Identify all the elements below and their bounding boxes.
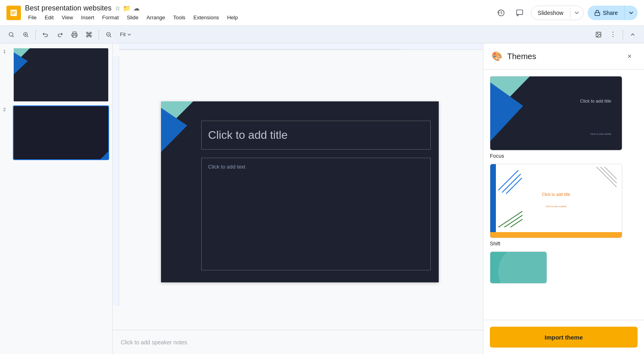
menu-slide[interactable]: Slide xyxy=(124,13,142,22)
slide-thumb-inner-2 xyxy=(14,106,108,159)
menu-view[interactable]: View xyxy=(58,13,76,22)
toolbar-separator-2 xyxy=(99,30,99,39)
menu-bar: File Edit View Insert Format Slide Arran… xyxy=(25,13,241,22)
focus-preview-bg: Click to add title Click to add subtitle xyxy=(490,76,622,150)
cloud-icon[interactable]: ☁ xyxy=(133,4,140,12)
zoom-out-button[interactable] xyxy=(102,28,115,41)
zoom-in-button[interactable] xyxy=(19,28,32,41)
share-main-button[interactable]: Share xyxy=(588,6,624,20)
slide-item-1[interactable]: 1 xyxy=(3,47,109,102)
menu-insert[interactable]: Insert xyxy=(78,13,97,22)
menu-extensions[interactable]: Extensions xyxy=(190,13,223,22)
svg-line-15 xyxy=(498,170,518,190)
canvas-area: for(let i=0; i<700; i+=10) { if(i%50===0… xyxy=(113,43,483,354)
svg-rect-8 xyxy=(73,35,76,37)
themes-footer: Import theme xyxy=(483,320,644,354)
title-info: Best presentation websites ☆ 📁 ☁ File Ed… xyxy=(25,4,241,22)
folder-icon[interactable]: 📁 xyxy=(123,4,131,12)
doc-title-text: Best presentation websites xyxy=(25,4,111,12)
focus-title-text: Click to add title xyxy=(580,99,611,103)
collapse-toolbar-button[interactable] xyxy=(626,28,639,41)
themes-header: 🎨 Themes × xyxy=(483,43,644,70)
shift-border-bottom xyxy=(490,232,622,238)
slide-thumb-2[interactable] xyxy=(13,105,109,160)
svg-line-19 xyxy=(601,167,617,183)
canvas-title-box[interactable]: Click to add title xyxy=(201,121,431,150)
svg-rect-0 xyxy=(10,10,17,16)
toolbar-more-options: ⋮ xyxy=(592,28,639,41)
slide-number-2: 2 xyxy=(3,107,10,112)
thumb-corner-2 xyxy=(100,151,108,159)
slide-canvas-wrapper: Click to add title Click to add text xyxy=(113,50,483,330)
theme-preview-shift: Click to add title Click to add subtitle xyxy=(490,164,622,238)
shift-lines-tl xyxy=(498,170,522,196)
menu-tools[interactable]: Tools xyxy=(170,13,188,22)
svg-rect-5 xyxy=(595,12,600,15)
themes-list: Click to add title Click to add subtitle… xyxy=(483,70,644,320)
slideshow-button-group: Slideshow xyxy=(531,6,584,20)
svg-rect-2 xyxy=(11,13,14,14)
comments-button[interactable] xyxy=(512,6,527,20)
menu-help[interactable]: Help xyxy=(224,13,241,22)
theme-preview-teal xyxy=(490,251,547,284)
print-button[interactable] xyxy=(68,28,81,41)
menu-edit[interactable]: Edit xyxy=(41,13,57,22)
paint-format-button[interactable] xyxy=(83,28,95,41)
themes-title-group: 🎨 Themes xyxy=(491,51,536,62)
shift-title-text: Click to add title xyxy=(542,192,570,197)
toolbar-separator-3 xyxy=(623,30,623,39)
star-icon[interactable]: ☆ xyxy=(115,4,120,12)
ruler-vertical xyxy=(113,56,119,306)
title-right: Slideshow Share xyxy=(494,6,638,20)
svg-line-18 xyxy=(597,167,617,187)
title-bar: Best presentation websites ☆ 📁 ☁ File Ed… xyxy=(0,0,644,26)
themes-panel: 🎨 Themes × Click to add title Click to a… xyxy=(483,43,644,354)
shift-border-left xyxy=(490,164,496,238)
undo-button[interactable] xyxy=(39,28,52,41)
slideshow-main-button[interactable]: Slideshow xyxy=(531,6,570,20)
slideshow-dropdown-arrow[interactable] xyxy=(570,6,583,20)
theme-item-focus[interactable]: Click to add title Click to add subtitle… xyxy=(490,76,638,159)
import-theme-button[interactable]: Import theme xyxy=(490,327,638,348)
teal-preview-bg xyxy=(490,252,547,283)
themes-title: Themes xyxy=(507,52,536,61)
shift-theme-name: Shift xyxy=(490,241,638,247)
zoom-selector[interactable]: Fit xyxy=(117,30,134,39)
shift-subtitle-text: Click to add subtitle xyxy=(545,205,566,208)
svg-rect-4 xyxy=(516,10,522,14)
image-upload-button[interactable] xyxy=(592,28,605,41)
shift-lines-bl xyxy=(498,211,522,229)
toolbar: Fit ⋮ xyxy=(0,26,644,43)
toolbar-separator-1 xyxy=(35,30,36,39)
search-button[interactable] xyxy=(5,28,18,41)
speaker-notes-placeholder: Click to add speaker notes xyxy=(121,339,187,346)
focus-subtitle-text: Click to add subtitle xyxy=(590,133,611,135)
svg-point-11 xyxy=(597,33,598,34)
history-button[interactable] xyxy=(494,6,508,20)
title-icons: ☆ 📁 ☁ xyxy=(115,4,140,12)
slide-thumb-1[interactable] xyxy=(13,47,109,102)
shift-lines-tr xyxy=(597,167,617,189)
svg-point-6 xyxy=(9,32,13,36)
themes-close-button[interactable]: × xyxy=(623,50,636,63)
slide-canvas[interactable]: Click to add title Click to add text xyxy=(161,101,439,282)
menu-file[interactable]: File xyxy=(25,13,40,22)
svg-line-21 xyxy=(498,211,522,227)
slide-thumb-inner-1 xyxy=(14,48,108,101)
palette-icon: 🎨 xyxy=(491,51,502,62)
menu-format[interactable]: Format xyxy=(99,13,122,22)
canvas-title-placeholder: Click to add title xyxy=(208,129,288,142)
slide-number-1: 1 xyxy=(3,49,10,54)
doc-title: Best presentation websites ☆ 📁 ☁ xyxy=(25,4,241,12)
redo-button[interactable] xyxy=(54,28,66,41)
theme-item-teal[interactable] xyxy=(490,251,638,284)
theme-item-shift[interactable]: Click to add title Click to add subtitle xyxy=(490,164,638,247)
menu-arrange[interactable]: Arrange xyxy=(143,13,168,22)
canvas-text-box[interactable]: Click to add text xyxy=(201,158,431,270)
slide-item-2[interactable]: 2 xyxy=(3,105,109,160)
speaker-notes[interactable]: Click to add speaker notes xyxy=(113,330,483,354)
share-dropdown-arrow[interactable] xyxy=(624,6,638,20)
slides-panel: 1 2 xyxy=(0,43,113,354)
focus-theme-name: Focus xyxy=(490,153,638,159)
more-options-button[interactable]: ⋮ xyxy=(607,28,619,41)
